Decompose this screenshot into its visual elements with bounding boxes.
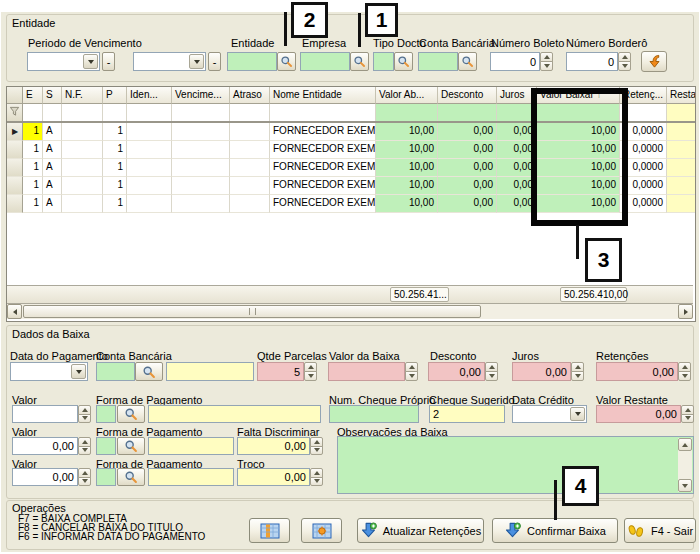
spin-down-icon[interactable]	[485, 371, 498, 381]
cell-atraso[interactable]	[230, 177, 270, 195]
spin-down-icon[interactable]	[571, 371, 584, 381]
cell-vbaixar[interactable]: 10,00	[537, 177, 620, 195]
filter-cell-p[interactable]	[103, 104, 127, 121]
tipo-docto-search-button[interactable]	[394, 52, 413, 71]
cell-restan[interactable]	[667, 177, 696, 195]
cell-s[interactable]: A	[43, 159, 62, 177]
cell-atraso[interactable]	[230, 123, 270, 141]
juros-spinner[interactable]	[571, 362, 584, 381]
periodo-from-combo[interactable]	[27, 52, 100, 71]
valor-restante-field[interactable]: 0,00	[596, 405, 681, 423]
filter-cell-vab[interactable]	[376, 104, 438, 121]
desconto-spinner[interactable]	[485, 362, 498, 381]
cell-p[interactable]: 1	[103, 141, 127, 159]
cell-vab[interactable]: 10,00	[376, 195, 438, 213]
cell-venc[interactable]	[172, 123, 230, 141]
column-header-nome[interactable]: Nome Entidade	[270, 87, 376, 104]
cell-s[interactable]: A	[43, 123, 62, 141]
cell-indicator[interactable]: ▶	[7, 123, 23, 141]
falta-discriminar-field[interactable]: 0,00	[237, 437, 310, 455]
cell-vab[interactable]: 10,00	[376, 141, 438, 159]
cell-retenc[interactable]: 0,0000	[620, 195, 667, 213]
filter-apply-button[interactable]	[641, 51, 667, 72]
cell-nf[interactable]	[62, 159, 103, 177]
spin-down-icon[interactable]	[304, 371, 317, 381]
cell-p[interactable]: 1	[103, 177, 127, 195]
cell-juros[interactable]: 0,00	[497, 177, 537, 195]
tipo-docto-field[interactable]	[373, 52, 394, 71]
column-header-atraso[interactable]: Atraso	[230, 87, 270, 104]
cell-indicator[interactable]	[7, 141, 23, 159]
forma3-code-field[interactable]	[96, 468, 116, 486]
spin-down-icon[interactable]	[405, 371, 418, 381]
cell-desc[interactable]: 0,00	[438, 123, 497, 141]
grid-row[interactable]: 1A1FORNECEDOR EXEMPLO10,000,000,0010,000…	[7, 195, 696, 213]
numero-boleto-field[interactable]: 0	[490, 52, 540, 71]
cell-nome[interactable]: FORNECEDOR EXEMPLO	[270, 159, 376, 177]
cell-indicator[interactable]	[7, 195, 23, 213]
scroll-up-button[interactable]	[678, 438, 692, 451]
forma2-code-field[interactable]	[96, 437, 116, 455]
filter-row-button[interactable]	[7, 104, 23, 121]
column-header-nf[interactable]: N.F.	[62, 87, 103, 104]
cell-venc[interactable]	[172, 159, 230, 177]
retencoes-field[interactable]: 0,00	[596, 362, 678, 381]
grid-layout-button[interactable]	[249, 518, 290, 543]
valor-baixa-field[interactable]	[328, 362, 405, 381]
cell-nf[interactable]	[62, 123, 103, 141]
filter-cell-atraso[interactable]	[230, 104, 270, 121]
scroll-left-button[interactable]	[7, 304, 22, 319]
valor2-field[interactable]: 0,00	[12, 437, 78, 455]
cell-s[interactable]: A	[43, 177, 62, 195]
column-header-venc[interactable]: Vencime...	[172, 87, 230, 104]
atualizar-retencoes-button[interactable]: Atualizar Retenções	[357, 518, 484, 543]
cell-atraso[interactable]	[230, 195, 270, 213]
observacoes-textarea[interactable]	[337, 436, 694, 494]
conta-bancaria-search-button[interactable]	[458, 52, 477, 71]
spin-down-icon[interactable]	[618, 61, 631, 71]
spin-down-icon[interactable]	[310, 477, 323, 487]
valor-baixa-spinner[interactable]	[405, 362, 418, 381]
filter-cell-juros[interactable]	[497, 104, 537, 121]
cell-restan[interactable]	[667, 195, 696, 213]
column-header-desc[interactable]: Desconto	[438, 87, 497, 104]
observacoes-scrollbar[interactable]	[678, 438, 692, 492]
column-header-vbaixar[interactable]: Valor Baixar ↑	[537, 87, 620, 104]
spin-down-icon[interactable]	[78, 446, 91, 456]
numero-bordero-spinner[interactable]	[618, 52, 631, 71]
cell-nome[interactable]: FORNECEDOR EXEMPLO	[270, 141, 376, 159]
cell-vab[interactable]: 10,00	[376, 159, 438, 177]
spin-down-icon[interactable]	[678, 371, 691, 381]
valor-restante-spinner[interactable]	[681, 405, 694, 423]
cell-p[interactable]: 1	[103, 123, 127, 141]
cell-iden[interactable]	[127, 177, 172, 195]
column-header-juros[interactable]: Juros	[497, 87, 537, 104]
filter-cell-desc[interactable]	[438, 104, 497, 121]
cell-vab[interactable]: 10,00	[376, 123, 438, 141]
cell-juros[interactable]: 0,00	[497, 159, 537, 177]
cell-e[interactable]: 1	[23, 159, 43, 177]
valor1-field[interactable]	[12, 405, 78, 423]
periodo-to-combo[interactable]	[133, 52, 206, 71]
juros-field[interactable]: 0,00	[512, 362, 571, 381]
cell-nf[interactable]	[62, 177, 103, 195]
cell-juros[interactable]: 0,00	[497, 195, 537, 213]
cell-retenc[interactable]: 0,0000	[620, 159, 667, 177]
num-cheque-field[interactable]	[329, 405, 419, 423]
cell-iden[interactable]	[127, 141, 172, 159]
conta-bancaria-field[interactable]	[418, 52, 458, 71]
qtde-parcelas-field[interactable]: 5	[257, 362, 304, 381]
cell-venc[interactable]	[172, 195, 230, 213]
cell-atraso[interactable]	[230, 141, 270, 159]
grid-options-button[interactable]	[301, 518, 342, 543]
cell-iden[interactable]	[127, 195, 172, 213]
filter-cell-retenc[interactable]	[620, 104, 667, 121]
forma1-code-field[interactable]	[96, 405, 116, 423]
conta-bancaria-desc-field[interactable]	[166, 362, 254, 381]
cell-vab[interactable]: 10,00	[376, 177, 438, 195]
horizontal-scrollbar[interactable]	[7, 304, 693, 319]
spin-down-icon[interactable]	[681, 414, 694, 424]
cell-atraso[interactable]	[230, 159, 270, 177]
cell-indicator[interactable]	[7, 159, 23, 177]
cell-iden[interactable]	[127, 159, 172, 177]
